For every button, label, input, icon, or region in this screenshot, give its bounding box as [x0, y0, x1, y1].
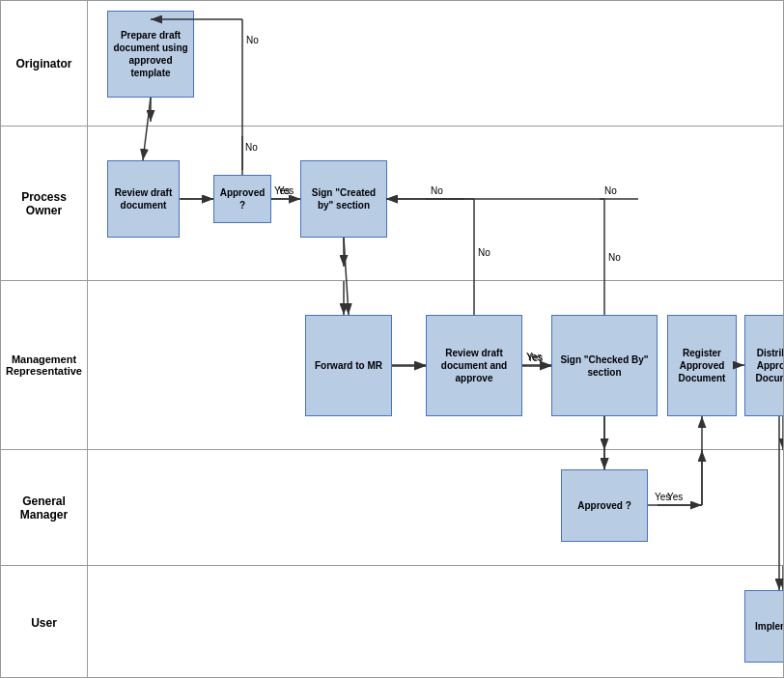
originator-content: Prepare draft document using approved te… [88, 1, 783, 126]
user-content: Implement [88, 566, 783, 678]
management-rep-content: Yes Forward to MR Review draft document … [88, 281, 783, 449]
svg-text:Yes: Yes [278, 185, 294, 196]
svg-text:Yes: Yes [667, 492, 683, 502]
review-draft-mr-box: Review draft document and approve [426, 315, 522, 416]
svg-text:Yes: Yes [527, 353, 543, 363]
implement-box: Implement [744, 590, 784, 663]
process-owner-content: Yes No No No Review draft document Appro… [88, 127, 783, 280]
sign-created-box: Sign "Created by" section [300, 160, 387, 238]
process-owner-lane: Process Owner Yes No [1, 127, 783, 281]
approved-q1-box: Approved ? [213, 175, 271, 223]
user-label: User [1, 566, 88, 678]
distribute-box: Distribute Approved Document [744, 315, 784, 416]
review-draft-po-box: Review draft document [107, 160, 180, 238]
approved-q2-box: Approved ? [561, 469, 648, 542]
originator-lane: Originator Prepare draft document using … [1, 1, 783, 127]
management-rep-label: Management Representative [1, 281, 88, 449]
svg-text:No: No [604, 185, 617, 196]
user-lane: User Implement [1, 566, 783, 678]
diagram-container: Originator Prepare draft document using … [0, 0, 784, 678]
management-rep-lane: Management Representative Yes [1, 281, 783, 450]
originator-label: Originator [1, 1, 88, 126]
register-box: Register Approved Document [667, 315, 737, 416]
process-owner-label: Process Owner [1, 127, 88, 280]
general-manager-content: Yes Approved ? [88, 450, 783, 565]
general-manager-label: General Manager [1, 450, 88, 565]
svg-text:No: No [245, 142, 258, 153]
sign-checked-box: Sign "Checked By" section [551, 315, 658, 416]
general-manager-lane: General Manager Yes Approved ? [1, 450, 783, 566]
prepare-box: Prepare draft document using approved te… [107, 11, 194, 98]
forward-mr-box: Forward to MR [305, 315, 392, 416]
svg-text:No: No [431, 185, 443, 196]
